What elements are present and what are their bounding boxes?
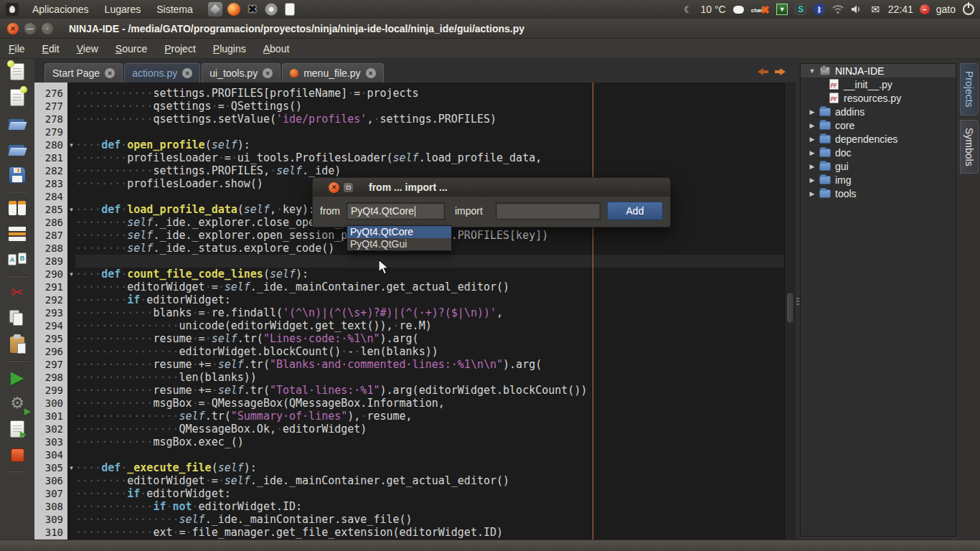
suggestion-PyQt4-QtGui[interactable]: PyQt4.QtGui: [347, 238, 451, 250]
from-input[interactable]: PyQt4.QtCore: [347, 202, 445, 220]
chat-bubble-icon[interactable]: [732, 4, 745, 16]
chat-offline-icon[interactable]: chat✖: [751, 4, 770, 16]
fold-marker-icon[interactable]: ▾: [67, 268, 75, 281]
new-project-icon[interactable]: [6, 87, 28, 108]
window-maximize-button[interactable]: ▫: [42, 23, 53, 34]
split-tabs-horizontal-icon[interactable]: [6, 197, 28, 219]
code-line-303: ············msgBox.exec_(): [75, 435, 784, 448]
panel-splitter[interactable]: [796, 59, 800, 540]
fold-marker-icon[interactable]: ▾: [67, 203, 75, 216]
moon-icon[interactable]: ☾: [682, 4, 694, 16]
window-minimize-button[interactable]: —: [24, 23, 36, 34]
menu-source[interactable]: Source: [107, 43, 156, 55]
add-button[interactable]: Add: [607, 202, 663, 220]
copy-icon[interactable]: [6, 308, 28, 329]
chevron-right-icon[interactable]: ▶: [806, 176, 818, 184]
chevron-right-icon[interactable]: ▶: [806, 190, 818, 197]
temperature-label[interactable]: 10 °C: [701, 4, 726, 15]
chevron-right-icon[interactable]: ▶: [806, 122, 818, 129]
username-label[interactable]: gato: [936, 4, 956, 15]
window-close-button[interactable]: ✕: [7, 23, 19, 34]
menu-project[interactable]: Project: [156, 43, 204, 55]
wifi-icon[interactable]: [832, 4, 844, 16]
code-line-310: ············ext·=·file_manager.get_file_…: [75, 526, 784, 539]
tab-projects[interactable]: Projects: [960, 63, 979, 116]
navigate-forward-icon[interactable]: [774, 66, 786, 77]
code-editor[interactable]: ············settings.PROFILES[profileNam…: [75, 83, 784, 540]
tree-item-tools[interactable]: ▶tools: [801, 187, 956, 200]
panel-menu-lugares[interactable]: Lugares: [97, 4, 149, 15]
chevron-right-icon[interactable]: ▶: [806, 108, 818, 116]
tree-item-resources-py[interactable]: ▶pyresources.py: [801, 91, 956, 105]
menu-edit[interactable]: Edit: [34, 43, 68, 55]
volume-icon[interactable]: [851, 4, 863, 16]
menu-view[interactable]: View: [68, 43, 107, 55]
mail-icon[interactable]: ✉: [870, 4, 882, 16]
chevron-down-icon[interactable]: ▼: [806, 67, 818, 75]
messenger-icon[interactable]: S: [795, 4, 807, 16]
run-project-icon[interactable]: ▶: [6, 367, 28, 388]
chromium-icon[interactable]: [264, 2, 278, 17]
panel-menu-sistema[interactable]: Sistema: [149, 4, 201, 15]
tree-item-core[interactable]: ▶core: [801, 118, 956, 132]
open-project-icon[interactable]: [6, 138, 28, 160]
tree-item-__init__-py[interactable]: ▶py__init__.py: [801, 77, 956, 91]
power-icon[interactable]: [962, 4, 974, 16]
menu-about[interactable]: About: [255, 43, 298, 55]
menu-plugins[interactable]: Plugins: [204, 43, 255, 55]
xchat-icon[interactable]: ✖: [245, 2, 260, 17]
dialog-maximize-button[interactable]: [344, 183, 353, 192]
tree-item-dependencies[interactable]: ▶dependencies: [801, 132, 956, 146]
tree-root-ninja-ide[interactable]: ▼ NINJA-IDE: [801, 64, 956, 77]
folder-icon: [818, 121, 832, 130]
tree-item-doc[interactable]: ▶doc: [801, 146, 956, 159]
tab-close-icon[interactable]: ✕: [182, 68, 192, 78]
run-file-icon[interactable]: ▶: [6, 418, 28, 440]
dialog-close-button[interactable]: ✕: [329, 182, 339, 193]
cut-icon[interactable]: ✂: [6, 282, 28, 303]
stop-icon[interactable]: [6, 444, 28, 466]
follow-mode-icon[interactable]: AB: [6, 249, 28, 270]
firefox-icon[interactable]: [227, 2, 241, 17]
navigate-back-icon[interactable]: [757, 66, 769, 77]
paste-icon[interactable]: [6, 334, 28, 355]
tree-item-gui[interactable]: ▶gui: [801, 159, 956, 173]
presence-busy-icon[interactable]: –: [920, 4, 930, 14]
menu-file[interactable]: File: [0, 43, 34, 55]
open-file-icon[interactable]: [6, 113, 28, 134]
import-input[interactable]: [496, 202, 600, 220]
dialog-titlebar[interactable]: ✕ from ... import ...: [313, 178, 670, 197]
tab-actions-py[interactable]: actions.py✕: [124, 63, 200, 83]
tree-item-img[interactable]: ▶img: [801, 173, 956, 187]
split-tabs-vertical-icon[interactable]: [6, 223, 28, 245]
tab-menu_file-py[interactable]: menu_file.py✕: [282, 63, 383, 83]
bluetooth-icon[interactable]: ᛒ: [814, 4, 826, 16]
modified-bug-icon: [290, 69, 298, 77]
gutter-line-number: 280: [34, 138, 67, 151]
fold-marker-icon[interactable]: ▾: [67, 461, 75, 474]
tab-close-icon[interactable]: ✕: [263, 68, 273, 78]
save-icon[interactable]: [6, 164, 28, 186]
panel-menu-aplicaciones[interactable]: Aplicaciones: [24, 4, 97, 15]
tab-close-icon[interactable]: ✕: [105, 68, 115, 78]
scrollbar-thumb[interactable]: [786, 292, 794, 324]
new-file-icon[interactable]: [6, 61, 28, 83]
package-icon[interactable]: [208, 2, 222, 17]
notes-icon[interactable]: [283, 2, 297, 17]
clock-label[interactable]: 22:41: [888, 4, 913, 15]
tree-item-addins[interactable]: ▶addins: [801, 105, 956, 118]
tab-close-icon[interactable]: ✕: [366, 68, 376, 78]
chevron-right-icon[interactable]: ▶: [806, 136, 818, 143]
fold-marker-icon[interactable]: ▾: [67, 138, 75, 151]
editor-scrollbar[interactable]: [784, 83, 796, 540]
distro-logo-icon[interactable]: [6, 3, 19, 16]
fold-slot: [67, 448, 75, 461]
tab-ui_tools-py[interactable]: ui_tools.py✕: [202, 63, 281, 83]
tab-Start-Page[interactable]: Start Page✕: [44, 63, 123, 83]
tab-symbols[interactable]: Symbols: [960, 120, 979, 174]
chevron-right-icon[interactable]: ▶: [806, 163, 818, 170]
run-debug-icon[interactable]: ⚙▶: [6, 392, 28, 414]
update-icon[interactable]: ▼: [776, 4, 788, 16]
chevron-right-icon[interactable]: ▶: [806, 149, 818, 156]
suggestion-PyQt4-QtCore[interactable]: PyQt4.QtCore: [347, 226, 451, 238]
